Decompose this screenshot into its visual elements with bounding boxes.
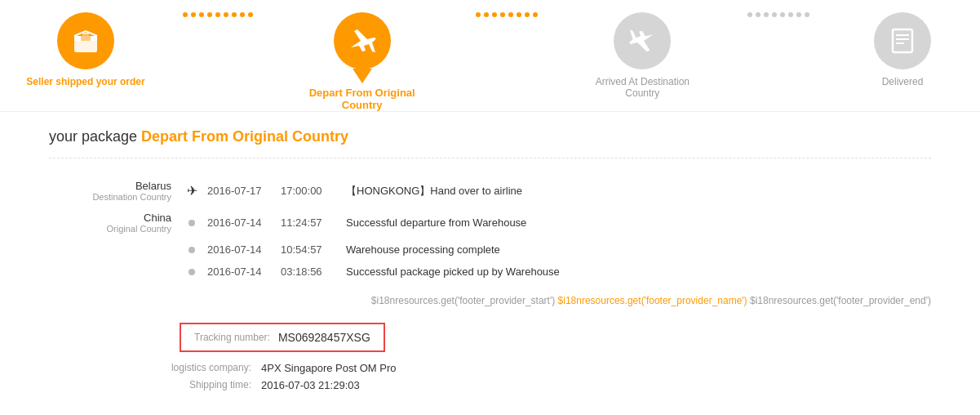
connector-1 (147, 12, 289, 51)
indicator-col (180, 261, 204, 283)
table-row: Belarus Destination Country ✈ 2016-07-17… (49, 175, 931, 207)
footer-start: $i18nresources.get('footer_provider_star… (371, 295, 555, 306)
main-content: your package Depart From Original Countr… (0, 112, 980, 415)
shipping-time-value: 2016-07-03 21:29:03 (261, 379, 360, 391)
step4-icon (874, 12, 931, 69)
table-row: 2016-07-14 10:54:57 Warehouse processing… (49, 239, 931, 261)
indicator-col (180, 239, 204, 261)
date-col: 2016-07-14 (204, 207, 277, 239)
package-title-highlight: Depart From Original Country (141, 128, 348, 145)
country-name: China (57, 212, 171, 224)
plane-arrive-icon (627, 25, 658, 56)
shipping-time-row: Shipping time: 2016-07-03 21:29:03 (131, 379, 931, 391)
footer-name: $i18nresources.get('footer_provider_name… (558, 295, 747, 306)
step3-label: Arrived At Destination Country (577, 76, 707, 107)
step2-label: Depart From Original Country (289, 87, 436, 111)
time-col: 17:00:00 (277, 175, 343, 207)
date-col: 2016-07-17 (204, 175, 277, 207)
connector-2 (436, 12, 578, 58)
tracking-events-table: Belarus Destination Country ✈ 2016-07-17… (49, 175, 931, 283)
package-title: your package Depart From Original Countr… (49, 128, 931, 158)
step1-label: Seller shipped your order (26, 76, 144, 96)
tracking-number-value: MS06928457XSG (278, 331, 370, 344)
step-delivered: Delivered (849, 12, 956, 96)
step2-pin (334, 12, 391, 83)
tracking-number-box: Tracking number: MS06928457XSG (180, 323, 385, 352)
steps-container: Seller shipped your order (24, 12, 956, 111)
tracking-info-section: Tracking number: MS06928457XSG logistics… (65, 323, 931, 391)
country-col: China Original Country (49, 207, 180, 239)
dot-indicator (188, 247, 195, 253)
step4-label: Delivered (882, 76, 924, 96)
event-col: Warehouse processing complete (343, 239, 931, 261)
country-col: Belarus Destination Country (49, 175, 180, 207)
indicator-col (180, 207, 204, 239)
step-seller-shipped: Seller shipped your order (24, 12, 147, 96)
country-sub: Destination Country (57, 192, 171, 202)
time-col: 11:24:57 (277, 207, 343, 239)
delivered-icon (888, 26, 917, 56)
progress-header: Seller shipped your order (0, 0, 980, 112)
footer-provider: $i18nresources.get('footer_provider_star… (49, 295, 931, 306)
svg-rect-4 (81, 34, 91, 41)
shipping-time-label: Shipping time: (131, 379, 261, 391)
step-arrived-destination: Arrived At Destination Country (577, 12, 707, 107)
connector-3 (707, 12, 849, 51)
indicator-col: ✈ (180, 175, 204, 207)
plane-depart-icon (346, 25, 379, 57)
table-row: 2016-07-14 03:18:56 Successful package p… (49, 261, 931, 283)
date-col: 2016-07-14 (204, 239, 277, 261)
event-col: 【HONGKONG】Hand over to airline (343, 175, 931, 207)
step-depart-original: Depart From Original Country (289, 12, 436, 111)
plane-indicator-icon: ✈ (187, 184, 197, 198)
step1-icon (57, 12, 114, 69)
svg-rect-5 (893, 29, 912, 52)
event-col: Successful package picked up by Warehous… (343, 261, 931, 283)
dot-indicator (188, 220, 195, 226)
logistics-value: 4PX Singapore Post OM Pro (261, 362, 396, 374)
tracking-number-label: Tracking number: (194, 332, 270, 343)
date-col: 2016-07-14 (204, 261, 277, 283)
table-row: China Original Country 2016-07-14 11:24:… (49, 207, 931, 239)
time-col: 03:18:56 (277, 261, 343, 283)
package-title-prefix: your package (49, 128, 137, 145)
dot-indicator (188, 269, 195, 275)
time-col: 10:54:57 (277, 239, 343, 261)
footer-end: $i18nresources.get('footer_provider_end'… (750, 295, 931, 306)
country-col (49, 261, 180, 283)
step3-icon (614, 12, 671, 69)
page-container: Seller shipped your order (0, 0, 980, 415)
country-name: Belarus (57, 180, 171, 192)
box-icon (71, 26, 100, 56)
logistics-label: logistics company: (131, 362, 261, 374)
country-sub: Original Country (57, 224, 171, 234)
logistics-row: logistics company: 4PX Singapore Post OM… (131, 362, 931, 374)
country-col (49, 239, 180, 261)
event-col: Successful departure from Warehouse (343, 207, 931, 239)
